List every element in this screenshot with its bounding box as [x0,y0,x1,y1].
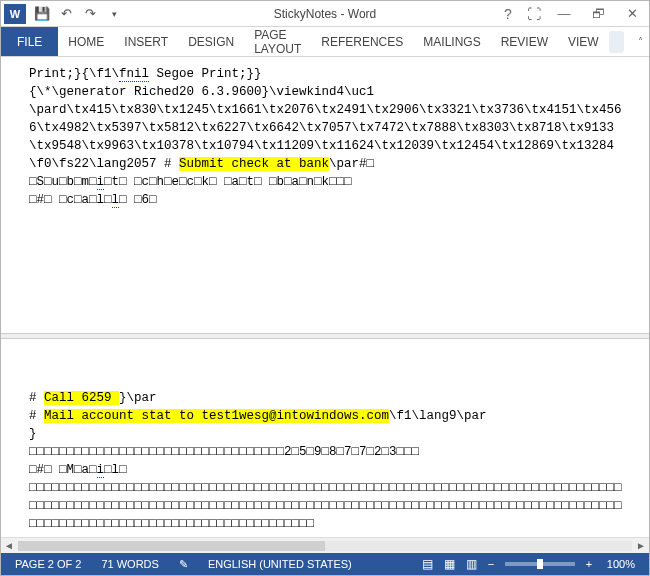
word-count[interactable]: 71 WORDS [91,558,168,570]
doc-text: □t□ □c□h□e□c□k□ □a□t□ □b□a□n□k□□□ [104,175,352,189]
doc-text-spellerror: l [112,193,120,208]
tab-file[interactable]: FILE [1,27,58,56]
doc-text: □S□u□b□m□ [29,175,97,189]
read-mode-button[interactable]: ▤ [417,555,439,573]
window-controls: ? ⛶ — 🗗 ✕ [495,1,649,27]
zoom-in-button[interactable]: + [581,558,597,570]
scrollbar-track[interactable] [18,541,632,551]
doc-text: } [29,425,627,443]
doc-text: # [29,409,44,423]
qat-customize-button[interactable]: ▾ [105,5,123,23]
doc-highlight: Call 6259 [44,391,119,405]
doc-text-spellerror: fnil [119,67,149,82]
tab-references[interactable]: REFERENCES [311,27,413,56]
tab-page-layout[interactable]: PAGE LAYOUT [244,27,311,56]
zoom-out-button[interactable]: − [483,558,499,570]
quick-access-toolbar: 💾 ↶ ↷ ▾ [33,5,123,23]
doc-highlight: Mail account stat to test1wesg@intowindo… [44,409,389,423]
page-indicator[interactable]: PAGE 2 OF 2 [5,558,91,570]
window-title: StickyNotes - Word [274,7,376,21]
word-app-icon: W [4,4,26,24]
close-button[interactable]: ✕ [615,1,649,27]
collapse-ribbon-button[interactable]: ˄ [632,36,649,47]
zoom-percent[interactable]: 100% [597,558,645,570]
language-indicator[interactable]: ENGLISH (UNITED STATES) [198,558,362,570]
doc-text: □ □6□ [119,193,157,207]
doc-text: □l□ [104,463,127,477]
doc-text: \par#□ [329,157,374,171]
minimize-button[interactable]: — [547,1,581,27]
doc-text: □□□□□□□□□□□□□□□□□□□□□□□□□□□□□□□□□□□□□□□□… [29,479,627,533]
status-bar: PAGE 2 OF 2 71 WORDS ✎ ENGLISH (UNITED S… [1,553,649,575]
tab-mailings[interactable]: MAILINGS [413,27,490,56]
proofing-button[interactable]: ✎ [169,558,198,571]
doc-text-spellerror: i [97,175,105,190]
save-button[interactable]: 💾 [33,5,51,23]
doc-text: {\*\generator Riched20 6.3.9600}\viewkin… [29,83,627,101]
ribbon-display-options-button[interactable]: ⛶ [521,1,547,27]
tab-review[interactable]: REVIEW [491,27,558,56]
tab-view[interactable]: VIEW [558,27,609,56]
doc-highlight: Submit check at bank [179,157,329,171]
web-layout-button[interactable]: ▥ [461,555,483,573]
doc-text: Print;}{\f1\ [29,67,119,81]
tab-insert[interactable]: INSERT [114,27,178,56]
tab-home[interactable]: HOME [58,27,114,56]
doc-text-spellerror: i [97,463,105,478]
undo-button[interactable]: ↶ [57,5,75,23]
doc-text: \f1\lang9\par [389,409,487,423]
document-page-2[interactable]: # Call 6259 }\par # Mail account stat to… [1,339,649,537]
doc-text: □□□□□□□□□□□□□□□□□□□□□□□□□□□□□□□□□□2□5□9□… [29,443,627,461]
ribbon-tabs: FILE HOME INSERT DESIGN PAGE LAYOUT REFE… [1,27,649,57]
doc-text: □#□ □c□a□l□ [29,193,112,207]
account-area[interactable] [609,31,624,53]
document-page-1[interactable]: Print;}{\f1\fnil Segoe Print;}} {\*\gene… [1,57,649,333]
scrollbar-thumb[interactable] [18,541,325,551]
zoom-slider-thumb[interactable] [537,559,543,569]
doc-text: □#□ □M□a□ [29,463,97,477]
tab-design[interactable]: DESIGN [178,27,244,56]
help-button[interactable]: ? [495,1,521,27]
print-layout-button[interactable]: ▦ [439,555,461,573]
scroll-right-button[interactable]: ► [633,538,649,554]
horizontal-scrollbar[interactable]: ◄ ► [1,537,649,553]
scroll-left-button[interactable]: ◄ [1,538,17,554]
doc-text: }\par [119,391,157,405]
title-bar: W 💾 ↶ ↷ ▾ StickyNotes - Word ? ⛶ — 🗗 ✕ [1,1,649,27]
redo-button[interactable]: ↷ [81,5,99,23]
doc-text: # [29,391,44,405]
doc-text: Segoe Print;}} [149,67,262,81]
restore-button[interactable]: 🗗 [581,1,615,27]
zoom-slider[interactable] [505,562,575,566]
document-area[interactable]: Print;}{\f1\fnil Segoe Print;}} {\*\gene… [1,57,649,553]
